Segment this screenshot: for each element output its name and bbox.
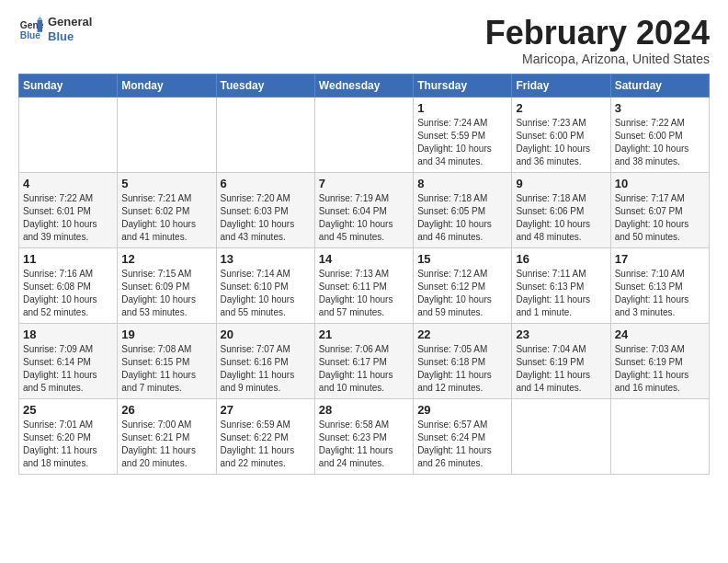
- subtitle: Maricopa, Arizona, United States: [485, 52, 710, 66]
- calendar-cell: 18Sunrise: 7:09 AM Sunset: 6:14 PM Dayli…: [19, 323, 118, 398]
- day-number: 26: [121, 403, 211, 417]
- calendar-cell: 28Sunrise: 6:58 AM Sunset: 6:23 PM Dayli…: [314, 398, 413, 474]
- day-info: Sunrise: 7:06 AM Sunset: 6:17 PM Dayligh…: [319, 343, 409, 395]
- weekday-header-friday: Friday: [512, 74, 610, 97]
- logo-icon: General Blue: [18, 17, 44, 42]
- calendar-cell: 23Sunrise: 7:04 AM Sunset: 6:19 PM Dayli…: [512, 323, 610, 398]
- day-number: 9: [516, 177, 606, 190]
- calendar-cell: 3Sunrise: 7:22 AM Sunset: 6:00 PM Daylig…: [610, 97, 709, 172]
- day-info: Sunrise: 7:14 AM Sunset: 6:10 PM Dayligh…: [221, 268, 311, 319]
- calendar-cell: 24Sunrise: 7:03 AM Sunset: 6:19 PM Dayli…: [610, 323, 709, 398]
- day-info: Sunrise: 7:01 AM Sunset: 6:20 PM Dayligh…: [23, 419, 113, 470]
- day-number: 14: [319, 252, 409, 266]
- day-info: Sunrise: 7:21 AM Sunset: 6:02 PM Dayligh…: [121, 192, 211, 244]
- title-block: February 2024 Maricopa, Arizona, United …: [485, 15, 710, 66]
- day-info: Sunrise: 7:00 AM Sunset: 6:21 PM Dayligh…: [121, 419, 211, 470]
- calendar-cell: 7Sunrise: 7:19 AM Sunset: 6:04 PM Daylig…: [314, 172, 413, 247]
- calendar-cell: 8Sunrise: 7:18 AM Sunset: 6:05 PM Daylig…: [414, 172, 512, 247]
- logo-text-block: General Blue: [48, 15, 92, 43]
- day-number: 1: [417, 101, 507, 115]
- day-info: Sunrise: 7:19 AM Sunset: 6:04 PM Dayligh…: [319, 192, 409, 244]
- day-number: 29: [417, 403, 507, 417]
- svg-marker-2: [38, 19, 43, 31]
- day-number: 24: [615, 327, 705, 341]
- day-info: Sunrise: 7:11 AM Sunset: 6:13 PM Dayligh…: [516, 268, 606, 319]
- calendar-cell: 10Sunrise: 7:17 AM Sunset: 6:07 PM Dayli…: [610, 172, 709, 247]
- day-number: 11: [23, 252, 113, 266]
- day-number: 4: [23, 177, 113, 190]
- weekday-header-monday: Monday: [118, 74, 216, 97]
- day-number: 13: [221, 252, 311, 266]
- day-info: Sunrise: 7:13 AM Sunset: 6:11 PM Dayligh…: [319, 268, 409, 319]
- day-info: Sunrise: 7:15 AM Sunset: 6:09 PM Dayligh…: [121, 268, 211, 319]
- day-info: Sunrise: 7:18 AM Sunset: 6:06 PM Dayligh…: [516, 192, 606, 244]
- day-info: Sunrise: 7:05 AM Sunset: 6:18 PM Dayligh…: [417, 343, 507, 395]
- logo: General Blue General Blue: [18, 15, 92, 43]
- calendar-cell: 13Sunrise: 7:14 AM Sunset: 6:10 PM Dayli…: [216, 247, 314, 323]
- calendar-week-row: 11Sunrise: 7:16 AM Sunset: 6:08 PM Dayli…: [19, 247, 710, 323]
- calendar-cell: 6Sunrise: 7:20 AM Sunset: 6:03 PM Daylig…: [216, 172, 314, 247]
- day-number: 19: [121, 327, 211, 341]
- day-info: Sunrise: 7:12 AM Sunset: 6:12 PM Dayligh…: [417, 268, 507, 319]
- day-info: Sunrise: 7:09 AM Sunset: 6:14 PM Dayligh…: [23, 343, 113, 395]
- calendar-cell: [512, 398, 610, 474]
- calendar-cell: [314, 97, 413, 172]
- calendar-table: SundayMondayTuesdayWednesdayThursdayFrid…: [18, 74, 710, 475]
- day-info: Sunrise: 7:17 AM Sunset: 6:07 PM Dayligh…: [615, 192, 705, 244]
- calendar-cell: 26Sunrise: 7:00 AM Sunset: 6:21 PM Dayli…: [118, 398, 216, 474]
- day-info: Sunrise: 6:57 AM Sunset: 6:24 PM Dayligh…: [417, 419, 507, 470]
- calendar-cell: 29Sunrise: 6:57 AM Sunset: 6:24 PM Dayli…: [414, 398, 512, 474]
- day-number: 6: [221, 177, 311, 190]
- page-container: General Blue General Blue February 2024 …: [0, 0, 728, 484]
- month-title: February 2024: [485, 15, 710, 52]
- day-info: Sunrise: 6:59 AM Sunset: 6:22 PM Dayligh…: [221, 419, 311, 470]
- day-info: Sunrise: 7:10 AM Sunset: 6:13 PM Dayligh…: [615, 268, 705, 319]
- day-number: 21: [319, 327, 409, 341]
- calendar-cell: 14Sunrise: 7:13 AM Sunset: 6:11 PM Dayli…: [314, 247, 413, 323]
- weekday-header-sunday: Sunday: [19, 74, 118, 97]
- day-number: 16: [516, 252, 606, 266]
- day-info: Sunrise: 7:22 AM Sunset: 6:01 PM Dayligh…: [23, 192, 113, 244]
- day-info: Sunrise: 7:22 AM Sunset: 6:00 PM Dayligh…: [615, 117, 705, 168]
- day-number: 7: [319, 177, 409, 190]
- svg-marker-3: [38, 17, 43, 20]
- calendar-cell: 19Sunrise: 7:08 AM Sunset: 6:15 PM Dayli…: [118, 323, 216, 398]
- day-info: Sunrise: 7:03 AM Sunset: 6:19 PM Dayligh…: [615, 343, 705, 395]
- day-info: Sunrise: 7:07 AM Sunset: 6:16 PM Dayligh…: [221, 343, 311, 395]
- svg-text:Blue: Blue: [20, 30, 41, 40]
- day-number: 2: [516, 101, 606, 115]
- day-info: Sunrise: 7:24 AM Sunset: 5:59 PM Dayligh…: [417, 117, 507, 168]
- weekday-header-thursday: Thursday: [414, 74, 512, 97]
- logo-general: General: [48, 15, 92, 29]
- day-info: Sunrise: 7:08 AM Sunset: 6:15 PM Dayligh…: [121, 343, 211, 395]
- day-info: Sunrise: 7:18 AM Sunset: 6:05 PM Dayligh…: [417, 192, 507, 244]
- calendar-cell: 25Sunrise: 7:01 AM Sunset: 6:20 PM Dayli…: [19, 398, 118, 474]
- weekday-header-row: SundayMondayTuesdayWednesdayThursdayFrid…: [19, 74, 710, 97]
- day-info: Sunrise: 7:04 AM Sunset: 6:19 PM Dayligh…: [516, 343, 606, 395]
- weekday-header-tuesday: Tuesday: [216, 74, 314, 97]
- weekday-header-wednesday: Wednesday: [314, 74, 413, 97]
- calendar-cell: 27Sunrise: 6:59 AM Sunset: 6:22 PM Dayli…: [216, 398, 314, 474]
- logo-blue: Blue: [48, 29, 74, 43]
- calendar-week-row: 4Sunrise: 7:22 AM Sunset: 6:01 PM Daylig…: [19, 172, 710, 247]
- calendar-cell: [216, 97, 314, 172]
- day-info: Sunrise: 7:23 AM Sunset: 6:00 PM Dayligh…: [516, 117, 606, 168]
- calendar-cell: 4Sunrise: 7:22 AM Sunset: 6:01 PM Daylig…: [19, 172, 118, 247]
- calendar-cell: 22Sunrise: 7:05 AM Sunset: 6:18 PM Dayli…: [414, 323, 512, 398]
- calendar-cell: 15Sunrise: 7:12 AM Sunset: 6:12 PM Dayli…: [414, 247, 512, 323]
- day-info: Sunrise: 7:20 AM Sunset: 6:03 PM Dayligh…: [221, 192, 311, 244]
- calendar-week-row: 1Sunrise: 7:24 AM Sunset: 5:59 PM Daylig…: [19, 97, 710, 172]
- calendar-cell: [19, 97, 118, 172]
- calendar-cell: [118, 97, 216, 172]
- calendar-cell: 11Sunrise: 7:16 AM Sunset: 6:08 PM Dayli…: [19, 247, 118, 323]
- calendar-cell: [610, 398, 709, 474]
- calendar-cell: 20Sunrise: 7:07 AM Sunset: 6:16 PM Dayli…: [216, 323, 314, 398]
- day-number: 12: [121, 252, 211, 266]
- day-number: 25: [23, 403, 113, 417]
- calendar-week-row: 18Sunrise: 7:09 AM Sunset: 6:14 PM Dayli…: [19, 323, 710, 398]
- day-number: 15: [417, 252, 507, 266]
- day-number: 22: [417, 327, 507, 341]
- calendar-cell: 5Sunrise: 7:21 AM Sunset: 6:02 PM Daylig…: [118, 172, 216, 247]
- day-number: 28: [319, 403, 409, 417]
- calendar-cell: 1Sunrise: 7:24 AM Sunset: 5:59 PM Daylig…: [414, 97, 512, 172]
